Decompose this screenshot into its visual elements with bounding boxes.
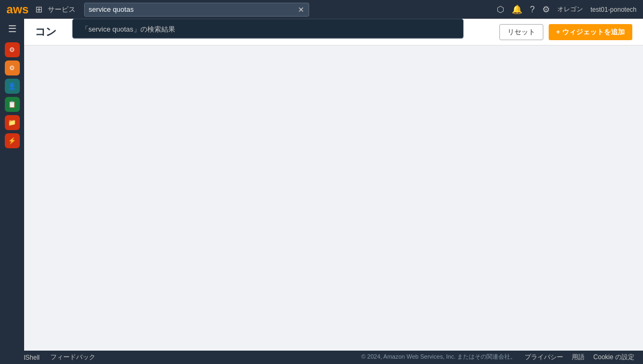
sidebar-icon-5[interactable]: 📁 bbox=[5, 115, 20, 130]
settings-icon[interactable]: ⚙ bbox=[542, 4, 550, 14]
left-sidebar: ☰ ⚙ ⚙ 👤 📋 📁 ⚡ bbox=[0, 19, 24, 364]
sidebar-icon-3[interactable]: 👤 bbox=[5, 79, 20, 94]
search-input[interactable] bbox=[89, 5, 298, 13]
sidebar-icon-2[interactable]: ⚙ bbox=[5, 60, 20, 75]
action-buttons: リセット + ウィジェットを追加 bbox=[499, 24, 632, 40]
search-results-label: 「service quotas」の検索結果 bbox=[81, 25, 175, 33]
help-icon[interactable]: ? bbox=[530, 5, 535, 14]
add-widget-button[interactable]: + ウィジェットを追加 bbox=[549, 24, 632, 40]
sidebar-icon-1[interactable]: ⚙ bbox=[5, 42, 20, 57]
search-dropdown: 「service quotas」の検索結果 サービス (28) 機能 (59) … bbox=[72, 19, 463, 39]
copyright-text: © 2024, Amazon Web Services, Inc. またはその関… bbox=[361, 353, 516, 362]
service-label: サービス bbox=[48, 5, 76, 14]
screen-icon[interactable]: ⬡ bbox=[497, 4, 504, 14]
user-menu[interactable]: test01-ponotech bbox=[590, 6, 637, 13]
search-bar: ✕ bbox=[84, 3, 309, 17]
search-clear-icon[interactable]: ✕ bbox=[298, 5, 304, 14]
grid-icon[interactable]: ⊞ bbox=[35, 4, 42, 14]
bell-icon[interactable]: 🔔 bbox=[512, 4, 522, 14]
terms-link[interactable]: 用語 bbox=[572, 353, 585, 362]
background-panel: コン リセット + ウィジェットを追加 bbox=[24, 19, 643, 351]
bottom-right: © 2024, Amazon Web Services, Inc. またはその関… bbox=[361, 353, 634, 362]
privacy-link[interactable]: プライバシー bbox=[525, 353, 563, 362]
reset-button[interactable]: リセット bbox=[499, 24, 543, 40]
cookies-link[interactable]: Cookie の設定 bbox=[593, 353, 634, 362]
page-title: コン bbox=[35, 25, 56, 39]
sidebar-icon-4[interactable]: 📋 bbox=[5, 97, 20, 112]
hamburger-menu[interactable]: ☰ bbox=[8, 23, 17, 35]
feedback-link[interactable]: フィードバック bbox=[50, 353, 95, 362]
aws-logo: aws bbox=[6, 3, 29, 17]
top-navigation: aws ⊞ サービス ✕ ⬡ 🔔 ? ⚙ オレゴン test01-ponotec… bbox=[0, 0, 643, 19]
dropdown-header: 「service quotas」の検索結果 bbox=[73, 19, 463, 38]
region-selector[interactable]: オレゴン bbox=[557, 5, 583, 14]
bottom-bar: CloudShell フィードバック © 2024, Amazon Web Se… bbox=[0, 351, 643, 364]
nav-right: ⬡ 🔔 ? ⚙ オレゴン test01-ponotech bbox=[497, 4, 637, 14]
sidebar-icon-6[interactable]: ⚡ bbox=[5, 133, 20, 148]
